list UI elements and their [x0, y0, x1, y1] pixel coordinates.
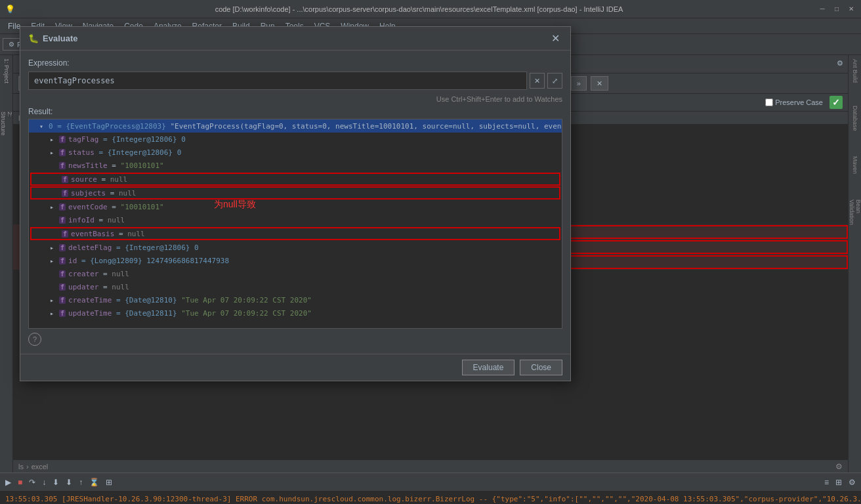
console-line-0: 13:55:03.305 [JRESHandler-10.26.3.90:123… — [5, 494, 856, 504]
f-icon-eventbasis: f — [62, 230, 68, 238]
minimize-btn[interactable]: ─ — [818, 5, 827, 14]
result-label: Result: — [28, 107, 562, 116]
dialog-titlebar: 🐛 Evaluate ✕ — [20, 27, 570, 51]
sidebar-maven[interactable]: Maven — [850, 152, 860, 178]
bottom-panel: ▶ ■ ↷ ↓ ⬇ ⬇ ↑ ⌛ ⊞ ≡ ⊞ ⚙ 13:55:03.305 [JR… — [0, 472, 861, 504]
tree-root-arrow[interactable]: ▾ — [39, 123, 49, 130]
tree-row-newstitle[interactable]: ▸ f newsTitle = "10010101" — [29, 159, 562, 172]
tree-row-createtime[interactable]: ▸ f createTime = {Date@12810} "Tue Apr 0… — [29, 293, 562, 306]
more-options-btn[interactable]: » — [571, 76, 587, 91]
btm-step-into2-btn[interactable]: ⬇ — [50, 476, 62, 488]
f-icon-creater: f — [59, 270, 66, 278]
f-icon-source: f — [62, 176, 68, 183]
f-icon-id: f — [59, 257, 66, 264]
preserve-case-checkbox[interactable] — [765, 98, 773, 106]
tree-tagflag-arrow[interactable]: ▸ — [50, 136, 59, 143]
sidebar-database[interactable]: Database — [850, 105, 860, 131]
f-icon-createtime: f — [59, 297, 66, 304]
btm-eval-btn[interactable]: ⊞ — [103, 476, 115, 488]
sidebar-bean[interactable]: Bean Validation — [850, 200, 860, 226]
result-tree[interactable]: ▾ 0 = {EventTagProcess@12803} "EventTagP… — [28, 119, 562, 329]
f-icon-eventcode: f — [59, 203, 66, 211]
expression-input[interactable] — [28, 72, 527, 90]
btm-split-btn[interactable]: ⊞ — [833, 476, 845, 488]
close-button[interactable]: Close — [520, 360, 562, 375]
expr-expand-btn[interactable]: ⤢ — [547, 73, 562, 89]
tree-row-id[interactable]: ▸ f id = {Long@12809} 124749668681744793… — [29, 254, 562, 267]
sidebar-ant-build[interactable]: Ant Build — [850, 58, 860, 84]
btm-force-step-btn[interactable]: ⬇ — [63, 476, 75, 488]
dialog-help-row: ? — [28, 333, 562, 346]
editor-settings-btn[interactable]: ⚙ — [835, 462, 843, 471]
tree-row-infoid[interactable]: ▸ f infoId = null — [29, 213, 562, 226]
dialog-debug-icon: 🐛 — [28, 33, 39, 43]
bottom-breadcrumb: ls › excel ⚙ — [13, 459, 848, 472]
tree-deleteflag-arrow[interactable]: ▸ — [50, 244, 59, 251]
tree-updatetime-arrow[interactable]: ▸ — [50, 310, 59, 317]
bottom-bc-ls[interactable]: ls — [18, 463, 24, 471]
right-sidebar: Ant Build Database Maven Bean Validation — [848, 55, 861, 472]
match-indicator: ✓ — [830, 96, 843, 109]
title-bar: 💡 code [D:\workinfo\code] - ...\corpus\c… — [0, 0, 861, 18]
dialog-body: Expression: ✕ ⤢ Use Ctrl+Shift+Enter to … — [20, 51, 570, 354]
close-find-btn[interactable]: ✕ — [591, 76, 608, 91]
f-icon-infoid: f — [59, 217, 66, 224]
tree-row-updater[interactable]: ▸ f updater = null — [29, 280, 562, 293]
tab-settings-btn[interactable]: ⚙ — [832, 55, 848, 71]
btm-run-cursor-btn[interactable]: ⌛ — [87, 476, 102, 488]
tree-id-arrow[interactable]: ▸ — [50, 257, 59, 264]
btm-settings-btn2[interactable]: ⚙ — [846, 476, 858, 488]
tree-row-status[interactable]: ▸ f status = {Integer@12806} 0 — [29, 146, 562, 159]
evaluate-dialog: 🐛 Evaluate ✕ Expression: ✕ ⤢ Use Ctrl+Sh… — [20, 26, 571, 381]
f-icon-deleteflag: f — [59, 244, 66, 251]
tree-createtime-arrow[interactable]: ▸ — [50, 297, 59, 304]
btm-resume-btn[interactable]: ▶ — [3, 476, 14, 488]
console-area[interactable]: 13:55:03.305 [JRESHandler-10.26.3.90:123… — [0, 492, 861, 504]
dialog-close-btn[interactable]: ✕ — [549, 32, 562, 45]
f-icon-updatetime: f — [59, 310, 66, 317]
btm-step-out-btn[interactable]: ↑ — [76, 476, 85, 488]
tree-row-deleteflag[interactable]: ▸ f deleteFlag = {Integer@12806} 0 — [29, 241, 562, 254]
btm-more-btn[interactable]: ≡ — [822, 476, 831, 488]
match-check-icon: ✓ — [832, 97, 840, 108]
tree-updater-arrow[interactable]: ▸ — [50, 284, 59, 291]
tree-eventbasis-arrow[interactable]: ▸ — [52, 230, 62, 238]
tree-subjects-arrow[interactable]: ▸ — [52, 190, 62, 197]
sidebar-project[interactable]: 1: Project — [1, 58, 12, 84]
bc-arrow: › — [26, 463, 29, 471]
tree-row-eventbasis[interactable]: ▸ f eventBasis = null — [30, 227, 560, 240]
tree-infoid-arrow[interactable]: ▸ — [50, 217, 59, 224]
watch-hint: Use Ctrl+Shift+Enter to add to Watches — [28, 95, 562, 103]
preserve-case-option[interactable]: Preserve Case — [765, 98, 823, 106]
tree-source-arrow[interactable]: ▸ — [52, 176, 62, 183]
tree-row-creater[interactable]: ▸ f creater = null — [29, 267, 562, 280]
dialog-title-label: Evaluate — [43, 33, 77, 43]
f-icon-tagflag: f — [59, 136, 66, 143]
tree-eventcode-arrow[interactable]: ▸ — [50, 203, 59, 211]
preserve-case-label: Preserve Case — [775, 98, 823, 106]
window-title: code [D:\workinfo\code] - ...\corpus\cor… — [20, 5, 818, 13]
btm-stop-btn[interactable]: ■ — [15, 476, 25, 488]
btm-step-over-btn[interactable]: ↷ — [26, 476, 38, 488]
tree-creater-arrow[interactable]: ▸ — [50, 270, 59, 278]
bottom-bc-excel[interactable]: excel — [32, 463, 49, 471]
tree-row-tagflag[interactable]: ▸ f tagFlag = {Integer@12806} 0 — [29, 133, 562, 146]
evaluate-button[interactable]: Evaluate — [462, 360, 515, 375]
maximize-btn[interactable]: □ — [832, 5, 841, 14]
f-icon-newstitle: f — [59, 162, 66, 169]
tree-row-source[interactable]: ▸ f source = null — [30, 173, 560, 186]
tree-status-arrow[interactable]: ▸ — [50, 149, 59, 156]
tree-row-updatetime[interactable]: ▸ f updateTime = {Date@12811} "Tue Apr 0… — [29, 306, 562, 320]
btm-step-into-btn[interactable]: ↓ — [39, 476, 49, 488]
sidebar-structure[interactable]: 2: Structure — [1, 112, 12, 138]
left-sidebar: 1: Project 2: Structure — [0, 55, 13, 472]
tree-newstitle-arrow[interactable]: ▸ — [50, 162, 59, 169]
tree-root-row[interactable]: ▾ 0 = {EventTagProcess@12803} "EventTagP… — [29, 119, 562, 133]
f-icon-subjects: f — [62, 190, 68, 197]
dialog-footer: Evaluate Close — [20, 354, 570, 381]
tree-row-eventcode[interactable]: ▸ f eventCode = "10010101" — [29, 200, 562, 213]
close-btn[interactable]: ✕ — [847, 5, 856, 14]
expr-clear-btn[interactable]: ✕ — [530, 73, 545, 89]
tree-row-subjects[interactable]: ▸ f subjects = null — [30, 186, 560, 200]
help-btn[interactable]: ? — [28, 333, 41, 346]
